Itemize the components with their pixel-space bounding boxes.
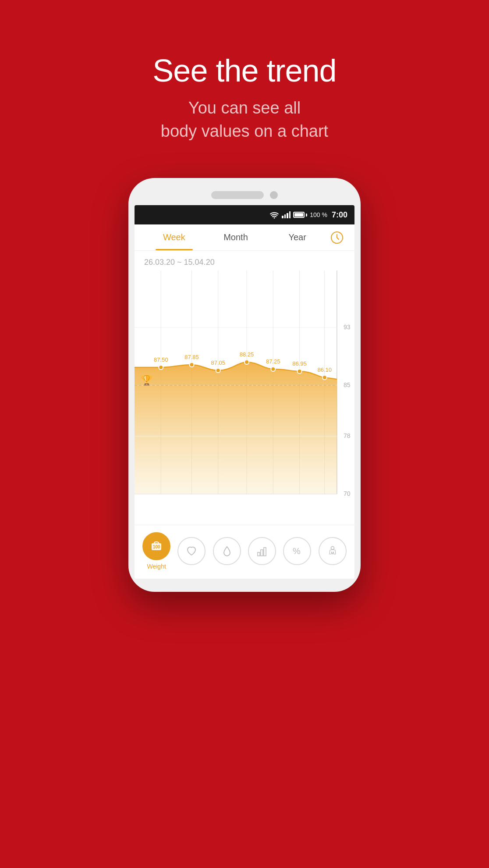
svg-text:87.50: 87.50 xyxy=(154,356,168,363)
tab-week[interactable]: Week xyxy=(143,224,205,250)
clock-icon xyxy=(330,231,344,245)
svg-point-10 xyxy=(190,363,194,367)
svg-text:88.25: 88.25 xyxy=(240,351,254,358)
phone-speaker xyxy=(211,191,264,199)
nav-item-heart[interactable] xyxy=(177,537,206,565)
svg-point-11 xyxy=(216,368,220,373)
blood-icon-circle xyxy=(213,537,241,565)
status-time: 7:00 xyxy=(332,210,347,220)
tab-year[interactable]: Year xyxy=(266,224,328,250)
bottom-nav: 100 Weight xyxy=(135,525,354,579)
clock-button[interactable] xyxy=(328,229,346,246)
phone-camera xyxy=(270,191,278,199)
svg-text:100: 100 xyxy=(153,544,160,549)
svg-point-14 xyxy=(297,369,301,374)
svg-point-13 xyxy=(271,367,275,371)
heart-icon xyxy=(185,544,198,558)
svg-text:87.05: 87.05 xyxy=(211,359,225,366)
weight-label: Weight xyxy=(147,563,166,570)
chart-area: 87.50 87.85 87.05 88.25 87.25 86.95 86.1… xyxy=(135,270,354,525)
svg-text:93: 93 xyxy=(344,324,351,331)
svg-text:%: % xyxy=(293,546,301,556)
nav-item-weight[interactable]: 100 Weight xyxy=(142,532,170,570)
nav-item-chart[interactable] xyxy=(248,537,276,565)
svg-point-12 xyxy=(244,360,249,364)
svg-text:86.95: 86.95 xyxy=(292,360,307,367)
chart-icon xyxy=(255,544,269,558)
svg-point-9 xyxy=(159,365,163,370)
percent-icon: % xyxy=(291,544,304,558)
weight-chart: 87.50 87.85 87.05 88.25 87.25 86.95 86.1… xyxy=(135,270,354,525)
nav-item-blood[interactable] xyxy=(213,537,241,565)
tab-month[interactable]: Month xyxy=(205,224,267,250)
date-range: 26.03.20 ~ 15.04.20 xyxy=(135,251,354,270)
wifi-icon xyxy=(269,211,279,219)
svg-text:86.10: 86.10 xyxy=(317,366,332,373)
svg-text:87.85: 87.85 xyxy=(184,354,199,360)
phone-mockup: 100 % 7:00 Week Month Year 26.03.20 ~ 15… xyxy=(128,178,361,592)
svg-text:70: 70 xyxy=(344,490,351,497)
svg-text:🏆: 🏆 xyxy=(141,374,153,386)
nav-item-body[interactable] xyxy=(319,537,347,565)
chart-icon-circle xyxy=(248,537,276,565)
percent-icon-circle: % xyxy=(283,537,311,565)
svg-text:87.25: 87.25 xyxy=(266,358,280,365)
body-icon-circle xyxy=(319,537,347,565)
svg-rect-37 xyxy=(264,548,266,556)
signal-icon xyxy=(282,211,291,218)
weight-icon: 100 xyxy=(149,539,164,554)
svg-point-15 xyxy=(322,375,327,380)
phone-screen: 100 % 7:00 Week Month Year 26.03.20 ~ 15… xyxy=(135,205,354,579)
tab-bar: Week Month Year xyxy=(135,224,354,251)
body-icon xyxy=(326,544,339,558)
weight-icon-circle: 100 xyxy=(142,532,170,560)
svg-rect-36 xyxy=(261,550,263,556)
nav-item-percent[interactable]: % xyxy=(283,537,311,565)
status-bar: 100 % 7:00 xyxy=(135,205,354,224)
svg-rect-35 xyxy=(258,552,260,556)
svg-text:85: 85 xyxy=(344,381,351,388)
svg-point-39 xyxy=(331,547,334,550)
hero-title: See the trend xyxy=(152,53,336,89)
heart-icon-circle xyxy=(177,537,206,565)
blood-icon xyxy=(220,544,234,558)
battery-icon xyxy=(293,212,307,218)
svg-text:78: 78 xyxy=(344,432,351,439)
battery-percent: 100 % xyxy=(310,211,327,218)
hero-subtitle: You can see all body values on a chart xyxy=(161,96,328,143)
